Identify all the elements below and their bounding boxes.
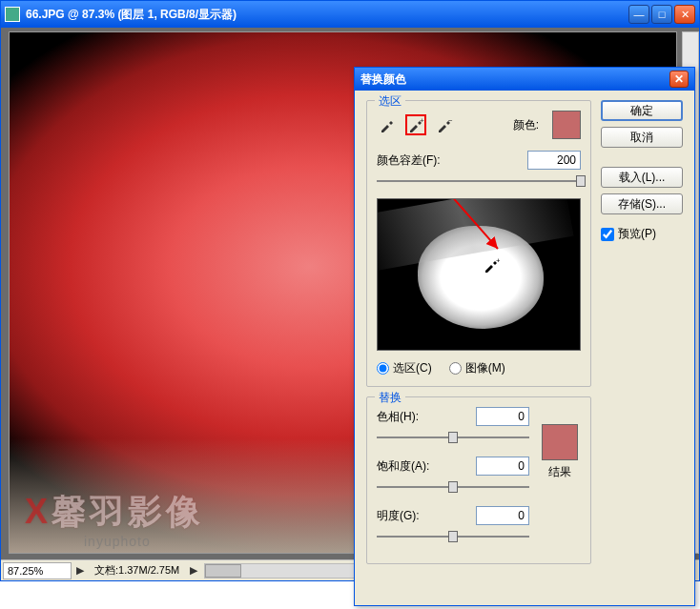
close-button[interactable]: ✕ bbox=[674, 5, 695, 24]
replace-color-dialog: 替换颜色 ✕ 选区 + − 颜色: bbox=[354, 67, 695, 606]
dialog-close-button[interactable]: ✕ bbox=[669, 71, 689, 88]
eyedropper-subtract-tool[interactable]: − bbox=[434, 114, 455, 135]
cancel-button[interactable]: 取消 bbox=[601, 127, 683, 148]
scrollbar-thumb[interactable] bbox=[205, 564, 241, 578]
dialog-titlebar[interactable]: 替换颜色 ✕ bbox=[355, 68, 694, 91]
result-color-swatch[interactable] bbox=[542, 424, 578, 460]
svg-text:−: − bbox=[448, 116, 453, 125]
slider-thumb[interactable] bbox=[448, 432, 458, 443]
fuzziness-input[interactable] bbox=[527, 151, 581, 170]
saturation-slider[interactable] bbox=[377, 479, 529, 495]
result-label: 结果 bbox=[548, 464, 571, 480]
watermark-sub: inyuphoto bbox=[84, 534, 151, 549]
color-label: 颜色: bbox=[513, 117, 539, 133]
hue-input[interactable] bbox=[476, 407, 529, 426]
dialog-title: 替换颜色 bbox=[360, 71, 669, 88]
saturation-input[interactable] bbox=[476, 457, 529, 476]
selection-group: 选区 + − 颜色: 颜色容差(F): bbox=[366, 100, 591, 387]
fuzziness-label: 颜色容差(F): bbox=[377, 152, 522, 169]
slider-thumb[interactable] bbox=[448, 481, 458, 493]
preview-eyedropper-cursor-icon: + bbox=[483, 256, 500, 276]
slider-thumb[interactable] bbox=[448, 531, 458, 542]
document-icon bbox=[5, 7, 20, 22]
radio-selection[interactable]: 选区(C) bbox=[377, 360, 432, 376]
svg-text:+: + bbox=[420, 116, 424, 125]
minimize-button[interactable]: — bbox=[628, 5, 649, 24]
svg-text:+: + bbox=[496, 256, 500, 265]
fuzziness-slider[interactable] bbox=[377, 173, 581, 189]
lightness-slider[interactable] bbox=[377, 529, 529, 544]
maximize-button[interactable]: □ bbox=[651, 5, 672, 24]
selection-legend: 选区 bbox=[375, 93, 405, 110]
document-info: 文档:1.37M/2.75M bbox=[87, 563, 187, 578]
selection-mask-shape bbox=[418, 226, 543, 328]
radio-image-input[interactable] bbox=[449, 362, 462, 375]
replace-legend: 替换 bbox=[375, 390, 405, 406]
preview-checkbox-label[interactable]: 预览(P) bbox=[601, 226, 683, 242]
saturation-label: 饱和度(A): bbox=[377, 458, 436, 475]
watermark: X馨羽影像 bbox=[25, 489, 204, 536]
load-button[interactable]: 载入(L)... bbox=[601, 167, 683, 188]
lightness-input[interactable] bbox=[476, 506, 529, 525]
fuzziness-slider-thumb[interactable] bbox=[576, 175, 586, 187]
statusbar-arrow2-icon[interactable]: ▶ bbox=[187, 564, 200, 577]
lightness-label: 明度(G): bbox=[377, 508, 436, 524]
save-button[interactable]: 存储(S)... bbox=[601, 193, 683, 214]
ok-button[interactable]: 确定 bbox=[601, 100, 683, 121]
selection-preview[interactable]: + bbox=[377, 198, 581, 351]
document-title: 66.JPG @ 87.3% (图层 1, RGB/8/显示器) bbox=[26, 7, 628, 23]
preview-checkbox[interactable] bbox=[601, 228, 614, 241]
eyedropper-add-tool[interactable]: + bbox=[405, 114, 426, 135]
selection-color-swatch[interactable] bbox=[552, 111, 581, 139]
document-titlebar[interactable]: 66.JPG @ 87.3% (图层 1, RGB/8/显示器) — □ ✕ bbox=[1, 1, 699, 28]
zoom-input[interactable]: 87.25% bbox=[3, 562, 72, 579]
statusbar-arrow-icon[interactable]: ▶ bbox=[73, 564, 87, 577]
radio-selection-input[interactable] bbox=[377, 362, 389, 375]
hue-slider[interactable] bbox=[377, 430, 529, 445]
replace-group: 替换 色相(H): 饱和度(A): bbox=[366, 396, 591, 564]
eyedropper-tool[interactable] bbox=[377, 114, 398, 135]
radio-image[interactable]: 图像(M) bbox=[449, 360, 505, 376]
hue-label: 色相(H): bbox=[377, 409, 436, 425]
